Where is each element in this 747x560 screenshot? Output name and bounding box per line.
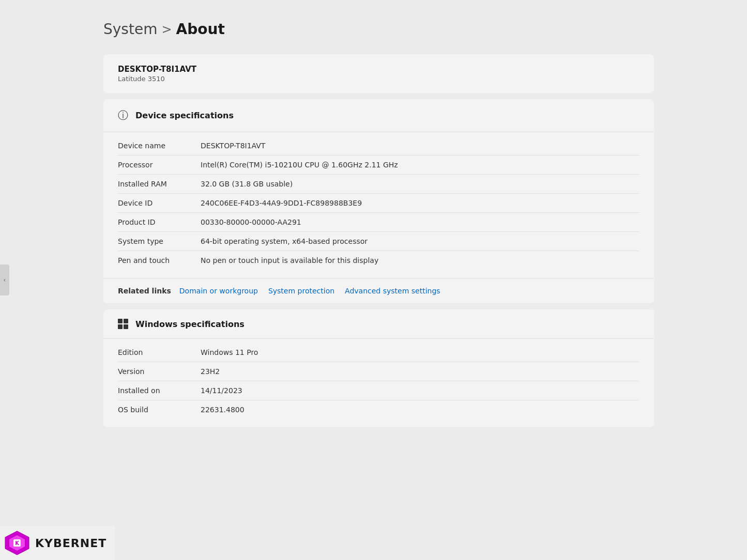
spec-value: 23H2 [201, 367, 639, 376]
kyber-brand-text: KYBERNET [35, 537, 106, 550]
spec-row: Pen and touch No pen or touch input is a… [118, 251, 639, 270]
spec-label: Installed RAM [118, 180, 201, 188]
spec-value: 64-bit operating system, x64-based proce… [201, 237, 639, 245]
system-protection-link[interactable]: System protection [268, 287, 334, 295]
spec-label: Version [118, 367, 201, 376]
arrow-left-icon: ‹ [4, 276, 6, 284]
spec-value: No pen or touch input is available for t… [201, 256, 639, 265]
spec-label: Edition [118, 348, 201, 356]
spec-value: 240C06EE-F4D3-44A9-9DD1-FC898988B3E9 [201, 199, 639, 207]
windows-specs-table: Edition Windows 11 Pro Version 23H2 Inst… [103, 339, 654, 427]
windows-specs-card: Windows specifications Edition Windows 1… [103, 309, 654, 427]
kyber-watermark: K KYBERNET [0, 526, 115, 560]
spec-label: Pen and touch [118, 256, 201, 265]
breadcrumb-about: About [176, 21, 225, 38]
svg-text:K: K [15, 540, 20, 546]
spec-value: 32.0 GB (31.8 GB usable) [201, 180, 639, 188]
windows-specs-title: Windows specifications [135, 319, 245, 329]
breadcrumb-separator: > [161, 22, 172, 37]
device-specs-card: ⓘ Device specifications Device name DESK… [103, 99, 654, 303]
windows-icon [118, 319, 128, 329]
related-links-label: Related links [118, 287, 171, 295]
device-specs-header: ⓘ Device specifications [103, 99, 654, 132]
spec-row: Edition Windows 11 Pro [118, 343, 639, 362]
info-icon: ⓘ [118, 108, 128, 122]
spec-label: Product ID [118, 218, 201, 226]
device-model: Latitude 3510 [118, 75, 639, 83]
spec-label: Processor [118, 161, 201, 169]
kyber-logo-icon: K [4, 530, 30, 556]
advanced-system-settings-link[interactable]: Advanced system settings [345, 287, 440, 295]
spec-value: 14/11/2023 [201, 386, 639, 395]
device-hostname: DESKTOP-T8I1AVT [118, 65, 639, 74]
spec-label: Device ID [118, 199, 201, 207]
spec-row: Processor Intel(R) Core(TM) i5-10210U CP… [118, 155, 639, 175]
spec-row: Installed on 14/11/2023 [118, 381, 639, 400]
spec-label: Installed on [118, 386, 201, 395]
spec-row: Device ID 240C06EE-F4D3-44A9-9DD1-FC8989… [118, 194, 639, 213]
spec-row: System type 64-bit operating system, x64… [118, 232, 639, 251]
device-specs-title: Device specifications [135, 111, 234, 120]
spec-value: Windows 11 Pro [201, 348, 639, 356]
spec-row: Product ID 00330-80000-00000-AA291 [118, 213, 639, 232]
breadcrumb: System > About [103, 21, 654, 38]
spec-value: 22631.4800 [201, 406, 639, 414]
device-name-card: DESKTOP-T8I1AVT Latitude 3510 [103, 54, 654, 93]
windows-specs-header: Windows specifications [103, 309, 654, 339]
spec-row: Version 23H2 [118, 362, 639, 381]
spec-row: Device name DESKTOP-T8I1AVT [118, 136, 639, 155]
domain-workgroup-link[interactable]: Domain or workgroup [179, 287, 258, 295]
spec-label: Device name [118, 142, 201, 150]
spec-value: 00330-80000-00000-AA291 [201, 218, 639, 226]
breadcrumb-system[interactable]: System [103, 21, 157, 38]
sidebar-collapse-arrow[interactable]: ‹ [0, 265, 9, 295]
device-specs-table: Device name DESKTOP-T8I1AVT Processor In… [103, 132, 654, 278]
spec-value: Intel(R) Core(TM) i5-10210U CPU @ 1.60GH… [201, 161, 639, 169]
spec-row: Installed RAM 32.0 GB (31.8 GB usable) [118, 175, 639, 194]
spec-row: OS build 22631.4800 [118, 400, 639, 419]
spec-label: OS build [118, 406, 201, 414]
spec-value: DESKTOP-T8I1AVT [201, 142, 639, 150]
related-links-row: Related links Domain or workgroup System… [103, 278, 654, 303]
spec-label: System type [118, 237, 201, 245]
